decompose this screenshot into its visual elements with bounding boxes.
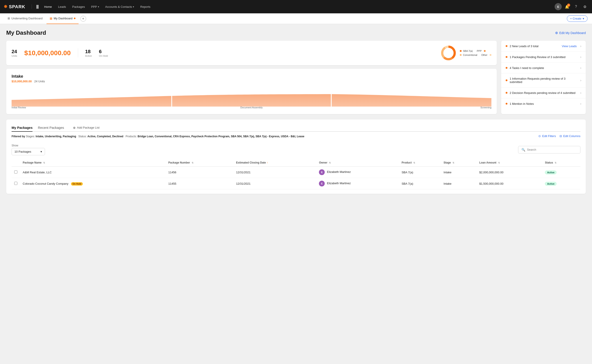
tab-underwriting-dashboard[interactable]: ⊞ Underwriting Dashboard [4,13,46,24]
edit-columns-button[interactable]: ⊟ Edit Columns [559,134,580,138]
decision-requests-chevron-icon: › [580,91,581,95]
edit-circle-icon: ⊕ [555,31,558,35]
nav-leads[interactable]: Leads [55,3,69,10]
tab-recent-packages[interactable]: Recent Packages [38,124,64,132]
closing-date-cell: 12/31/2021 [234,178,317,189]
row-checkbox[interactable] [14,170,17,174]
spark-icon: ✸ [4,4,7,10]
filter-info: Filtered by Stages: Intake, Underwriting… [12,134,305,139]
intake-title: Intake [12,74,491,79]
add-tab-button[interactable]: + [80,16,86,22]
owner-cell: E Elizabeth Martinez [316,167,399,178]
active-indicator [74,18,75,19]
add-package-list-button[interactable]: ⊕ Add Package List [71,125,101,130]
nav-divider [32,4,32,9]
stats-card: 24 Units $10,000,000.00 18 Active 6 On H… [6,41,497,65]
sidebar-item-leads[interactable]: 2 New Leads of 3 total View Leads › [501,41,586,52]
total-amount: $10,000,000.00 [24,49,71,57]
packages-section: My Packages Recent Packages ⊕ Add Packag… [6,119,586,194]
filter-row: Filtered by Stages: Intake, Underwriting… [12,134,580,142]
tab-my-packages[interactable]: My Packages [12,124,33,132]
settings-button[interactable]: ⚙ [581,3,588,10]
leads-dot [506,45,507,47]
filter-icon: ⊙ [538,134,541,138]
row-checkbox-cell[interactable] [12,178,20,189]
active-count: 18 [85,49,92,54]
tasks-dot [506,67,507,69]
other-dot [490,54,491,56]
nav-ppp[interactable]: PPP ▾ [89,3,102,10]
row-checkbox[interactable] [14,182,17,185]
dashboard-grid: 24 Units $10,000,000.00 18 Active 6 On H… [6,41,586,114]
units-count: 24 [12,49,17,54]
th-closing-date[interactable]: Estimated Closing Date ↑ [234,159,317,167]
user-avatar[interactable]: E [555,3,562,10]
status-cell: Active [542,167,580,178]
loan-amount-cell: $1,500,000,000.00 [476,178,542,189]
nav-home[interactable]: Home [41,3,54,10]
edit-dashboard-button[interactable]: ⊕ Edit My Dashboard [555,31,586,35]
ppp-dot [484,50,486,52]
nav-accounts-contacts[interactable]: Accounts & Contacts ▾ [103,3,137,10]
intake-chart [12,87,491,104]
owner-avatar: E [319,169,325,175]
active-stat: 18 Active [85,49,92,57]
sidebar-item-decision-requests[interactable]: 2 Decision Requests pending review of 4 … [501,87,586,98]
intake-area-chart [12,87,491,107]
th-product[interactable]: Product ⇅ [399,159,441,167]
th-package-number[interactable]: Package Number ⇅ [166,159,234,167]
packages-table: Package Name ⇅ Package Number ⇅ Estimate… [12,159,580,189]
logo: ✸ SPARK [4,4,25,10]
dashboard-icon: ▦ [50,17,52,20]
stage-cell: Intake [441,167,476,178]
help-button[interactable]: ? [572,3,579,10]
info-requests-chevron-icon: › [580,78,581,82]
closing-date-cell: 12/31/2021 [234,167,317,178]
th-stage[interactable]: Stage ⇅ [441,159,476,167]
th-owner[interactable]: Owner ⇅ [316,159,399,167]
view-leads-link[interactable]: View Leads [562,45,577,48]
sidebar-card: 2 New Leads of 3 total View Leads › 1 Pa… [501,41,586,114]
nav-reports[interactable]: Reports [137,3,153,10]
package-number-cell: 11455 [166,178,234,189]
main-content: My Dashboard ⊕ Edit My Dashboard 24 Unit… [0,24,592,364]
units-label: Units [12,54,17,57]
sidebar-item-info-requests[interactable]: 1 Information Requests pending review of… [501,73,586,87]
status-badge: Active [545,170,557,175]
sba7a-dot [460,50,462,52]
product-cell: SBA 7(a) [399,178,441,189]
columns-icon: ⊟ [559,134,562,138]
legend-conventional: Conventional Other [460,54,491,56]
dropdown-chevron-icon: ▾ [40,150,42,153]
show-select-dropdown[interactable]: 10 Packages ▾ [12,148,45,155]
on-hold-badge: On Hold [71,182,83,186]
sidebar-item-mentions[interactable]: 1 Mention in Notes › [501,98,586,109]
help-icon: ? [575,5,577,9]
show-label: Show [12,144,45,147]
edit-filters-button[interactable]: ⊙ Edit Filters [538,134,556,138]
search-input[interactable] [527,148,577,151]
mentions-dot [506,103,507,104]
intake-amount: $10,000,000.00 [12,80,32,83]
donut-section: SBA 7(a) PPP Conventional Other [441,45,491,61]
left-column: 24 Units $10,000,000.00 18 Active 6 On H… [6,41,497,114]
packages-chevron-icon: › [580,55,581,59]
row-checkbox-cell[interactable] [12,167,20,178]
info-requests-text: 1 Information Requests pending review of… [510,77,578,84]
th-status[interactable]: Status ⇅ [542,159,580,167]
donut-legend: SBA 7(a) PPP Conventional Other [460,50,491,56]
th-package-name[interactable]: Package Name ⇅ [20,159,166,167]
notifications-button[interactable]: 🔔 1 [564,3,571,10]
tabs-bar: ⊞ Underwriting Dashboard ▦ My Dashboard … [0,13,592,24]
tasks-text: 4 Tasks I need to complete [510,66,578,70]
units-stat: 24 Units [12,49,17,57]
tab-my-dashboard[interactable]: ▦ My Dashboard [46,13,78,24]
on-hold-stat: 6 On Hold [99,49,108,57]
create-button[interactable]: + Create ▾ [567,15,588,22]
sidebar-item-tasks[interactable]: 4 Tasks I need to complete › [501,63,586,73]
sidebar-item-packages[interactable]: 1 Packages Pending Review of 3 submitted… [501,52,586,63]
th-loan-amount[interactable]: Loan Amount ⇅ [476,159,542,167]
legend-sba7a: SBA 7(a) PPP [460,50,491,52]
intake-subtitle: $10,000,000.00 24 Units [12,80,491,83]
nav-packages[interactable]: Packages [69,3,87,10]
